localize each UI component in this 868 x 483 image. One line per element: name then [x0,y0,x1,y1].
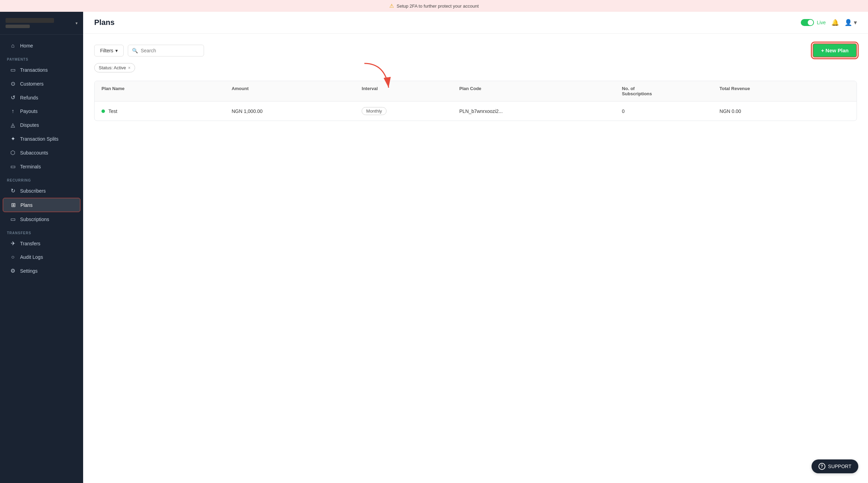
logo-sub-bar [6,25,30,28]
sidebar-item-transfers-label: Transfers [20,241,41,246]
sidebar-item-disputes-label: Disputes [20,122,39,128]
search-input[interactable] [128,45,204,56]
col-subscriptions: No. ofSubscriptions [622,86,720,96]
sidebar-item-payouts[interactable]: ↑ Payouts [3,105,80,118]
support-label: SUPPORT [828,464,851,469]
search-input-wrap: 🔍 [128,45,204,56]
main-content: Plans Live 🔔 👤 ▾ Filters ▾ [83,12,868,483]
sidebar-item-transaction-splits-label: Transaction Splits [20,136,59,142]
plans-icon: ⊞ [10,202,16,208]
status-dot-active [101,109,105,113]
sidebar-item-terminals[interactable]: ▭ Terminals [3,160,80,173]
table-row[interactable]: Test NGN 1,000.00 Monthly PLN_b7wnrxoozi… [95,102,857,121]
section-recurring: RECURRING [0,174,83,184]
amount-value: NGN 1,000.00 [232,108,362,114]
sidebar-item-home-label: Home [20,43,33,49]
col-total-revenue: Total Revenue [719,86,850,96]
sidebar-item-plans-label: Plans [20,202,33,208]
settings-icon: ⚙ [10,267,16,274]
filter-tags: Status: Active × [94,63,857,72]
top-header: Plans Live 🔔 👤 ▾ [83,12,868,34]
sidebar-item-subaccounts[interactable]: ⬡ Subaccounts [3,146,80,159]
sidebar-item-subscriptions[interactable]: ▭ Subscriptions [3,212,80,226]
payouts-icon: ↑ [10,108,16,114]
total-revenue-value: NGN 0.00 [719,108,850,114]
home-icon: ⌂ [10,43,16,49]
terminals-icon: ▭ [10,163,16,170]
sidebar-item-disputes[interactable]: ◬ Disputes [3,118,80,132]
sidebar-item-home[interactable]: ⌂ Home [3,39,80,52]
header-right: Live 🔔 👤 ▾ [801,19,857,26]
transfers-icon: ✈ [10,240,16,247]
sidebar-item-transfers[interactable]: ✈ Transfers [3,237,80,250]
sidebar-item-transactions-label: Transactions [20,67,48,73]
sidebar-item-subscribers-label: Subscribers [20,188,46,194]
sidebar-logo[interactable]: ▾ [0,12,83,35]
col-interval: Interval [362,86,459,96]
section-transfers: TRANSFERS [0,226,83,236]
alert-bar: ⚠ Setup 2FA to further protect your acco… [0,0,868,12]
toolbar-left: Filters ▾ 🔍 [94,45,204,56]
support-button[interactable]: ? SUPPORT [812,459,858,473]
audit-logs-icon: ○ [10,254,16,260]
sidebar-item-audit-logs-label: Audit Logs [20,254,43,260]
disputes-icon: ◬ [10,122,16,128]
subaccounts-icon: ⬡ [10,149,16,156]
toggle-track[interactable] [801,19,814,26]
help-icon: ? [818,463,825,470]
notification-icon[interactable]: 🔔 [831,19,839,26]
sidebar-item-transactions[interactable]: ▭ Transactions [3,63,80,77]
customers-icon: ⊙ [10,80,16,87]
interval-badge: Monthly [362,107,387,115]
chevron-down-icon: ▾ [76,21,78,26]
sidebar-item-settings-label: Settings [20,268,38,274]
sidebar: ▾ ⌂ Home PAYMENTS ▭ Transactions ⊙ Custo… [0,12,83,483]
sidebar-item-customers[interactable]: ⊙ Customers [3,77,80,90]
sidebar-item-audit-logs[interactable]: ○ Audit Logs [3,251,80,264]
plans-table: Plan Name Amount Interval Plan Code No. … [94,81,857,121]
status-filter-tag[interactable]: Status: Active × [94,63,135,72]
warning-icon: ⚠ [389,3,394,9]
sidebar-item-subscriptions-label: Subscriptions [20,217,49,222]
col-plan-name: Plan Name [101,86,232,96]
sidebar-item-refunds-label: Refunds [20,95,38,100]
filters-label: Filters [100,48,113,53]
transactions-icon: ▭ [10,67,16,73]
toolbar: Filters ▾ 🔍 + New Plan [94,43,857,58]
status-filter-label: Status: Active [99,65,126,70]
plan-code-value: PLN_b7wnrxoozi2... [459,108,622,114]
section-payments: PAYMENTS [0,53,83,63]
user-icon[interactable]: 👤 ▾ [844,19,857,26]
subscriptions-icon: ▭ [10,216,16,222]
alert-text: Setup 2FA to further protect your accoun… [397,3,479,9]
sidebar-item-customers-label: Customers [20,81,44,87]
sidebar-item-plans[interactable]: ⊞ Plans [3,198,80,212]
remove-filter-icon[interactable]: × [128,65,131,70]
new-plan-label: + New Plan [821,47,849,53]
toggle-thumb [808,20,813,25]
col-plan-code: Plan Code [459,86,622,96]
page-title: Plans [94,18,115,27]
content-area: Filters ▾ 🔍 + New Plan Status: Active × [83,34,868,483]
interval-cell: Monthly [362,107,459,115]
plan-name-cell: Test [101,108,232,114]
sidebar-nav: ⌂ Home PAYMENTS ▭ Transactions ⊙ Custome… [0,35,83,483]
sidebar-item-terminals-label: Terminals [20,164,41,169]
transaction-splits-icon: ✦ [10,135,16,142]
sidebar-item-transaction-splits[interactable]: ✦ Transaction Splits [3,132,80,146]
new-plan-button[interactable]: + New Plan [813,43,857,58]
sidebar-item-payouts-label: Payouts [20,108,38,114]
logo-block [6,18,54,28]
filters-button[interactable]: Filters ▾ [94,45,124,56]
sidebar-item-refunds[interactable]: ↺ Refunds [3,91,80,104]
table-header: Plan Name Amount Interval Plan Code No. … [95,81,857,102]
sidebar-item-settings[interactable]: ⚙ Settings [3,264,80,278]
subscribers-icon: ↻ [10,187,16,194]
search-icon: 🔍 [132,48,138,53]
filters-chevron-icon: ▾ [115,48,118,53]
sidebar-item-subscribers[interactable]: ↻ Subscribers [3,184,80,197]
logo-name-bar [6,18,54,23]
sidebar-item-subaccounts-label: Subaccounts [20,150,48,156]
subscriptions-value: 0 [622,108,720,114]
live-toggle[interactable]: Live [801,19,826,26]
